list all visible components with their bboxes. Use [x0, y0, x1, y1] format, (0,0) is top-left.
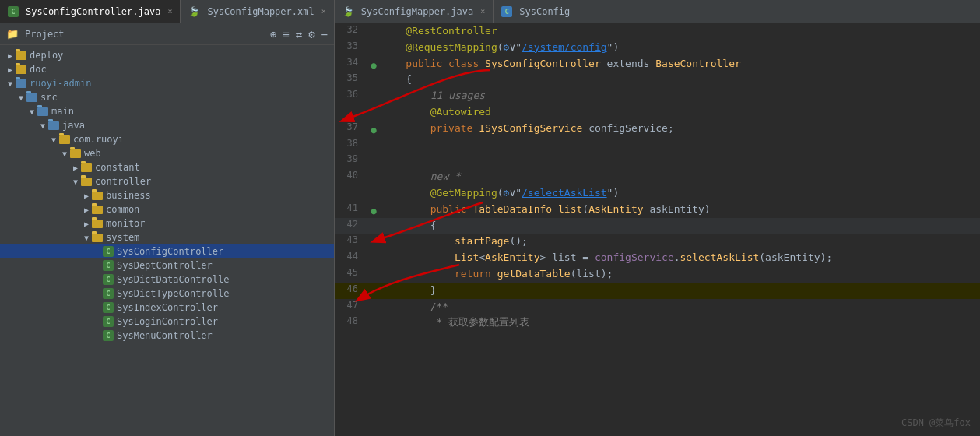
tab-close-2[interactable]: ×: [480, 7, 485, 16]
code-editor[interactable]: 32 @RestController 33 @RequestMapping(⚙∨…: [335, 23, 980, 436]
tab-icon-mapper-xml: 🍃: [188, 6, 200, 17]
folder-icon-deploy: [16, 51, 26, 60]
tree-item-ruoyi-admin[interactable]: ▼ ruoyi-admin: [0, 76, 334, 90]
tree-item-controller[interactable]: ▼ controller: [0, 174, 334, 188]
arrow-system: ▼: [81, 234, 92, 242]
sidebar-icon-settings[interactable]: ⚙: [308, 28, 314, 40]
arrow-main: ▼: [26, 107, 37, 116]
line-gutter-36: [366, 88, 381, 121]
tree-label-ruoyi-admin: ruoyi-admin: [30, 78, 91, 89]
code-line-46: 46 }: [335, 283, 980, 299]
folder-icon-ruoyi-admin: [16, 79, 26, 88]
tree-label-controller: controller: [95, 176, 151, 187]
arrow-constant: ▶: [70, 164, 81, 172]
arrow-deploy: ▶: [5, 51, 16, 60]
tree-label-sysdicttype: SysDictTypeControlle: [117, 288, 230, 299]
tree-label-business: business: [106, 190, 151, 201]
folder-icon-src: [26, 93, 37, 102]
tab-sysconfigmapper-java[interactable]: 🍃 SysConfigMapper.java ×: [335, 0, 494, 23]
tree-label-doc: doc: [30, 64, 47, 75]
tree-item-system[interactable]: ▼ system: [0, 230, 334, 244]
line-num-37: 37: [335, 121, 366, 137]
class-icon-sysdicttype: C: [103, 288, 114, 299]
tree-label-sysindex: SysIndexController: [117, 302, 218, 313]
code-line-39: 39: [335, 153, 980, 169]
tree-item-java[interactable]: ▼ java: [0, 118, 334, 132]
line-content-39: [381, 153, 980, 169]
line-content-42: {: [381, 218, 980, 234]
line-gutter-41: ●: [366, 202, 381, 218]
tree-item-syslogin[interactable]: C SysLoginController: [0, 315, 334, 329]
line-num-32: 32: [335, 23, 366, 40]
tree-label-sysdictdata: SysDictDataControlle: [117, 274, 230, 285]
tree-item-sysdictdata[interactable]: C SysDictDataControlle: [0, 272, 334, 287]
arrow-monitor: ▶: [81, 220, 92, 228]
tree-label-java: java: [62, 120, 85, 131]
tree-item-doc[interactable]: ▶ doc: [0, 62, 334, 76]
folder-icon-constant: [81, 164, 92, 172]
line-gutter-32: [366, 23, 381, 40]
tree-item-common[interactable]: ▶ common: [0, 202, 334, 216]
tree-item-sysindex[interactable]: C SysIndexController: [0, 301, 334, 315]
line-gutter-47: [366, 299, 381, 315]
line-content-43: startPage();: [381, 234, 980, 250]
tree-item-sysconfigcontroller[interactable]: C SysConfigController: [0, 244, 334, 258]
tree-item-main[interactable]: ▼ main: [0, 104, 334, 118]
line-num-33: 33: [335, 40, 366, 56]
line-gutter-42: [366, 218, 381, 234]
tree-item-business[interactable]: ▶ business: [0, 188, 334, 202]
tree-item-comruoyi[interactable]: ▼ com.ruoyi: [0, 132, 334, 146]
sidebar-top-bar: 📁 Project ⊕ ≡ ⇄ ⚙ −: [0, 23, 334, 45]
tree-item-web[interactable]: ▼ web: [0, 146, 334, 160]
tree-item-sysdeptcontroller[interactable]: C SysDeptController: [0, 258, 334, 272]
tree-item-sysdicttype[interactable]: C SysDictTypeControlle: [0, 287, 334, 301]
code-line-37: 37 ● private ISysConfigService configSer…: [335, 121, 980, 137]
sidebar-icon-minimize[interactable]: −: [321, 28, 328, 40]
folder-icon-web: [70, 149, 81, 158]
tab-sysconfig[interactable]: C SysConfig: [494, 0, 578, 23]
tree-item-src[interactable]: ▼ src: [0, 90, 334, 104]
code-line-47: 47 /**: [335, 299, 980, 315]
code-line-41: 41 ● public TableDataInfo list(AskEntity…: [335, 202, 980, 218]
tree-item-constant[interactable]: ▶ constant: [0, 160, 334, 174]
tab-icon-sysconfigcontroller: C: [8, 6, 19, 17]
tab-icon-sysconfig: C: [501, 6, 512, 17]
tab-sysconfigcontroller[interactable]: C SysConfigController.java ×: [0, 0, 181, 23]
line-content-46: }: [381, 283, 980, 299]
tab-label-sysconfig: SysConfig: [519, 6, 570, 17]
sidebar-icon-add[interactable]: ⊕: [270, 28, 276, 40]
code-line-34: 34 ● public class SysConfigController ex…: [335, 56, 980, 72]
tree-item-deploy[interactable]: ▶ deploy: [0, 48, 334, 62]
folder-icon-controller: [81, 178, 92, 186]
tab-close-1[interactable]: ×: [321, 7, 326, 16]
line-num-34: 34: [335, 56, 366, 72]
line-content-47: /**: [381, 299, 980, 315]
line-num-45: 45: [335, 266, 366, 283]
sidebar: 📁 Project ⊕ ≡ ⇄ ⚙ − ▶ deploy ▶ doc: [0, 23, 335, 436]
tab-sysconfigmapper-xml[interactable]: 🍃 SysConfigMapper.xml ×: [181, 0, 334, 23]
arrow-java: ▼: [37, 121, 48, 130]
line-gutter-45: [366, 266, 381, 283]
tree-label-system: system: [106, 232, 139, 243]
code-line-42: 42 {: [335, 218, 980, 234]
line-content-41: public TableDataInfo list(AskEntity askE…: [381, 202, 980, 218]
sidebar-icon-swap[interactable]: ⇄: [296, 28, 302, 40]
folder-icon-doc: [16, 65, 26, 74]
tab-close-0[interactable]: ×: [167, 7, 172, 16]
project-tree: ▶ deploy ▶ doc ▼ ruoyi-admin ▼ src: [0, 45, 334, 346]
tree-item-sysmenu[interactable]: C SysMenuController: [0, 329, 334, 343]
folder-icon-main: [37, 107, 48, 116]
tree-item-monitor[interactable]: ▶ monitor: [0, 216, 334, 230]
line-content-35: {: [381, 72, 980, 88]
line-gutter-43: [366, 234, 381, 250]
arrow-comruoyi: ▼: [48, 135, 59, 144]
tree-label-sysconfigcontroller: SysConfigController: [117, 246, 223, 257]
sidebar-icon-list[interactable]: ≡: [283, 28, 289, 40]
tree-label-monitor: monitor: [106, 218, 146, 229]
line-content-45: return getDataTable(list);: [381, 266, 980, 283]
tree-label-sysdept: SysDeptController: [117, 260, 213, 271]
code-line-38: 38: [335, 137, 980, 153]
line-num-42: 42: [335, 218, 366, 234]
code-line-33: 33 @RequestMapping(⚙∨"/system/config"): [335, 40, 980, 56]
main-area: 📁 Project ⊕ ≡ ⇄ ⚙ − ▶ deploy ▶ doc: [0, 23, 980, 436]
